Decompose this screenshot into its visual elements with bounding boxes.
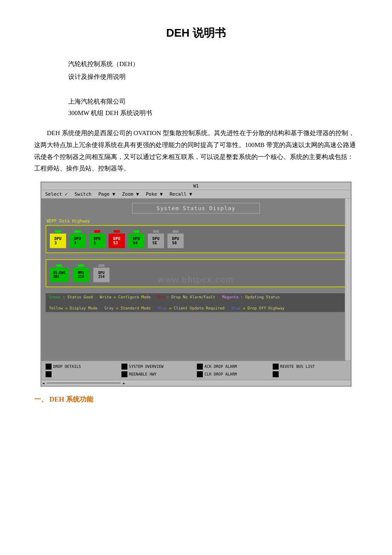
subtitle2: 设计及操作使用说明 [68,70,358,83]
legend-yellow: Yellow = Display Mode Gray = Standard Mo… [49,306,285,310]
highway-label: WDPF Data Highway [46,219,346,223]
empty2-icon [273,371,279,377]
scrollbar-right[interactable] [345,199,351,361]
cpu-s3-indicator [114,230,120,233]
drop-details-label: DROP DETAILS [53,364,81,369]
subtitle-block: 汽轮机控制系统（DEH） 设计及操作使用说明 [68,58,358,83]
screenshot-menubar[interactable]: Select ✓ Switch Page ▼ Zoom ▼ Poke ▼ Rec… [41,190,351,199]
screenshot-container: W1 Select ✓ Switch Page ▼ Zoom ▼ Poke ▼ … [40,182,352,387]
subtitle1: 汽轮机控制系统（DEH） [68,58,358,70]
system-overview-label: SYSTEM OVERVIEW [129,364,164,369]
cpu-4[interactable]: DPU4 [69,230,86,248]
company-block: 上海汽轮机有限公司 300MW 机组 DEH 系统说明书 [68,96,358,119]
menu-zoom[interactable]: Zoom ▼ [121,191,140,197]
reenable-hwy-label: REENABLE HWY [129,372,157,376]
highway-section-top: WDPF Data Highway DPU3 DPU4 DPUS [46,219,346,253]
ack-drop-alarm-icon [197,364,203,370]
legend-bar: Green : Status Good Write = Configure Mo… [46,293,346,312]
dpu-254-indicator [98,264,104,267]
revote-bus-list-icon [273,364,279,370]
scrollbar-track: ◄ ──────────────────────────────── ► [42,381,125,385]
top-highway-box: DPU3 DPU4 DPUS DPUS3 [46,225,346,253]
btn-empty1 [46,371,120,377]
buttons-row: DROP DETAILS SYSTEM OVERVIEW ACK DROP AL… [41,361,351,380]
cpu-s3-box: DPUS3 [109,234,125,248]
cpu-s[interactable]: DPUS [89,230,105,248]
company2: 300MW 机组 DEH 系统说明书 [68,107,358,119]
clr-drop-alarm-icon [197,371,203,377]
screenshot-body: www.bhtpcx.com System Status Display WDP… [41,199,351,361]
revote-bus-list-label: REVOTE BUS LIST [280,364,315,369]
dpu-254-box: DPU254 [93,268,110,282]
menu-select[interactable]: Select ✓ [44,191,69,197]
company1: 上海汽轮机有限公司 [68,96,358,107]
cpu-3-box: DPU3 [50,234,66,248]
empty1-icon [46,371,52,377]
cpu-s0-indicator [173,230,179,233]
ss-ews-box: SS-EWS200 [50,268,69,282]
system-status-display-title: System Status Display [132,203,260,214]
mms-indicator [78,264,84,267]
cpu-s0-box: DPUS0 [167,234,184,248]
cpu-s3[interactable]: DPUS3 [109,230,125,248]
sub-highway-box: SS-EWS200 MMS210 DPU254 [46,259,346,287]
cpu-se-box: DPUSE [148,234,164,248]
cpu-3-indicator [55,230,61,233]
btn-empty2 [273,371,347,377]
btn-ack-drop-alarm[interactable]: ACK DROP ALARM [197,364,271,370]
menu-poke[interactable]: Poke ▼ [144,191,164,197]
cpu-s-box: DPUS [89,234,105,248]
menu-recall[interactable]: Recall ▼ [168,191,193,197]
cpu-dpu-254[interactable]: DPU254 [93,264,110,282]
page-title: DEH 说明书 [34,26,358,40]
menu-page[interactable]: Page ▼ [97,191,117,197]
screenshot-titlebar: W1 [41,182,351,190]
drop-details-icon [46,364,52,370]
btn-system-overview[interactable]: SYSTEM OVERVIEW [121,364,196,370]
cpu-s0[interactable]: DPUS0 [167,230,184,248]
window-title: W1 [193,183,199,189]
btn-drop-details[interactable]: DROP DETAILS [46,364,120,370]
cpu-se[interactable]: DPUSE [148,230,164,248]
body-paragraph: DEH 系统使用的是西屋公司的 OVATION 型集散控制系统。其先进性在于分散… [34,127,358,175]
cpu-s4-box: DPUS4 [128,234,144,248]
cpu-s-indicator [94,230,100,233]
menu-switch[interactable]: Switch [73,191,93,197]
btn-reenable-hwy[interactable]: REENABLE HWY [121,371,196,377]
btn-revote-bus-list[interactable]: REVOTE BUS LIST [273,364,347,370]
system-overview-icon [121,364,127,370]
legend-green: Green : Status Good Write = Configure Mo… [49,295,280,299]
ss-ews-indicator [56,264,62,267]
cpu-s4-indicator [133,230,139,233]
cpu-4-indicator [75,230,81,233]
reenable-hwy-icon [121,371,127,377]
cpu-3[interactable]: DPU3 [50,230,66,248]
mms-box: MMS210 [73,268,89,282]
ack-drop-alarm-label: ACK DROP ALARM [205,364,237,369]
scrollbar-bottom[interactable]: ◄ ──────────────────────────────── ► [41,380,351,386]
cpu-ss-ews-200[interactable]: SS-EWS200 [50,264,69,282]
cpu-4-box: DPU4 [69,234,86,248]
clr-drop-alarm-label: CLR DROP ALARM [205,372,237,376]
cpu-se-indicator [153,230,159,233]
cpu-mms-210[interactable]: MMS210 [73,264,89,282]
sub-highway-section: SS-EWS200 MMS210 DPU254 [46,259,346,287]
section-heading-1: 一、 DEH 系统功能 [34,395,358,404]
btn-clr-drop-alarm[interactable]: CLR DROP ALARM [197,371,271,377]
cpu-s4[interactable]: DPUS4 [128,230,144,248]
